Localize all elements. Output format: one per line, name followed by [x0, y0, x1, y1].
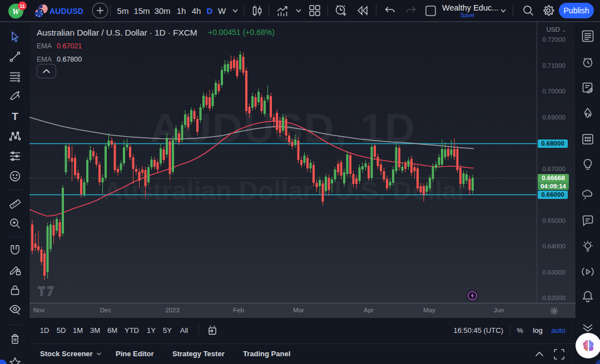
svg-text:0.67021: 0.67021	[57, 42, 82, 50]
svg-text:Australian Dollar / U.S. Dolla: Australian Dollar / U.S. Dollar · 1D · F…	[37, 28, 197, 37]
svg-text:+0.00451 (+0.68%): +0.00451 (+0.68%)	[208, 28, 275, 37]
svg-text:EMA: EMA	[37, 42, 52, 50]
svg-text:Australian Dollar / U.S. Dolla: Australian Dollar / U.S. Dollar	[104, 176, 467, 205]
svg-text:EMA: EMA	[37, 56, 52, 63]
svg-text:0.67800: 0.67800	[57, 56, 82, 63]
svg-text:11: 11	[19, 3, 25, 9]
